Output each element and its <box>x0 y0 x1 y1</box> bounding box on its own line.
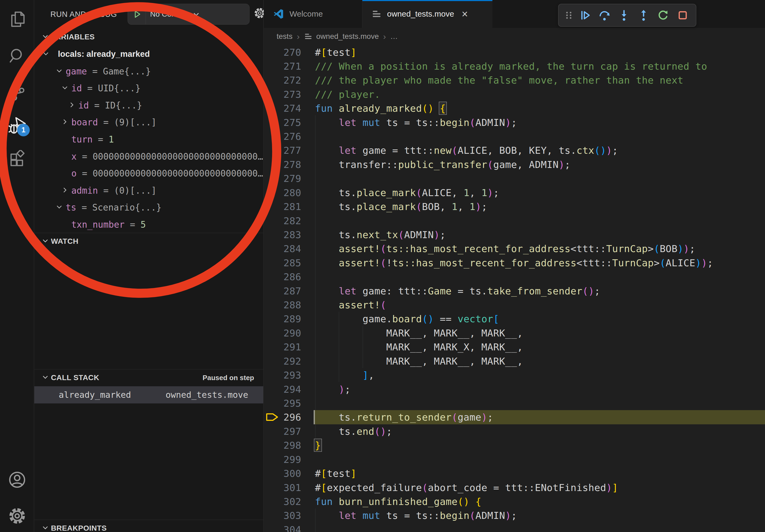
step-out-icon[interactable] <box>635 7 652 24</box>
tab-owned-tests-move[interactable]: owned_tests.move × <box>363 0 492 28</box>
line-number[interactable]: 301 <box>264 482 301 493</box>
source-control-icon[interactable] <box>0 80 34 106</box>
variable-row-admin[interactable]: admin = (0)[...] <box>34 182 263 199</box>
watch-section-header[interactable]: WATCH <box>34 233 263 250</box>
stop-icon[interactable] <box>674 7 691 24</box>
code-line-272[interactable]: 272/// the player who made the "false" m… <box>264 73 765 87</box>
search-icon[interactable] <box>0 43 34 68</box>
code-line-294[interactable]: 294 ); <box>264 382 765 396</box>
code-line-278[interactable]: 278 transfer::public_transfer(game, ADMI… <box>264 157 765 171</box>
breadcrumb-symbol[interactable]: … <box>390 32 398 41</box>
variable-row-id[interactable]: id = ID{...} <box>34 97 263 114</box>
chevron-down-icon[interactable] <box>61 83 68 94</box>
line-number[interactable]: 296 <box>264 412 301 423</box>
line-number[interactable]: 284 <box>264 243 301 254</box>
code-line-282[interactable]: 282 <box>264 213 765 228</box>
code-line-302[interactable]: 302fun burn_unfinished_game() { <box>264 494 765 508</box>
line-number[interactable]: 292 <box>264 356 301 367</box>
code-line-295[interactable]: 295 <box>264 396 765 410</box>
breakpoints-section-header[interactable]: BREAKPOINTS <box>34 520 263 532</box>
line-number[interactable]: 279 <box>264 173 301 184</box>
variable-row-o[interactable]: o = 0000000000000000000000000000000… <box>34 165 263 182</box>
line-number[interactable]: 273 <box>264 89 301 100</box>
account-icon[interactable] <box>0 467 34 493</box>
code-line-273[interactable]: 273/// player. <box>264 87 765 101</box>
line-number[interactable]: 270 <box>264 47 301 58</box>
line-number[interactable]: 291 <box>264 342 301 353</box>
line-number[interactable]: 287 <box>264 285 301 296</box>
line-number[interactable]: 288 <box>264 300 301 311</box>
line-number[interactable]: 278 <box>264 159 301 170</box>
variables-scope-row[interactable]: locals: already_marked <box>34 46 263 63</box>
code-line-300[interactable]: 300#[test] <box>264 466 765 481</box>
line-number[interactable]: 290 <box>264 327 301 338</box>
chevron-right-icon[interactable] <box>68 100 75 111</box>
line-number[interactable]: 297 <box>264 426 301 437</box>
code-line-280[interactable]: 280 ts.place_mark(ALICE, 1, 1); <box>264 185 765 199</box>
chevron-down-icon[interactable] <box>56 202 63 213</box>
code-line-301[interactable]: 301#[expected_failure(abort_code = ttt::… <box>264 480 765 494</box>
variable-row-board[interactable]: board = (9)[...] <box>34 114 263 131</box>
variable-row-x[interactable]: x = 0000000000000000000000000000000… <box>34 148 263 165</box>
variable-row-txn_number[interactable]: txn_number = 5 <box>34 216 263 233</box>
line-number[interactable]: 286 <box>264 271 301 282</box>
line-number[interactable]: 276 <box>264 131 301 142</box>
line-number[interactable]: 300 <box>264 468 301 479</box>
continue-icon[interactable] <box>576 7 593 24</box>
restart-icon[interactable] <box>655 7 671 24</box>
variable-row-game[interactable]: game = Game{...} <box>34 63 263 80</box>
chevron-down-icon[interactable] <box>56 66 63 76</box>
line-number[interactable]: 295 <box>264 398 301 409</box>
line-number[interactable]: 304 <box>264 524 301 532</box>
code-line-283[interactable]: 283 ts.next_tx(ADMIN); <box>264 227 765 242</box>
code-line-274[interactable]: 274fun already_marked() { <box>264 101 765 116</box>
variables-section-header[interactable]: VARIABLES <box>34 28 263 46</box>
code-line-297[interactable]: 297 ts.end(); <box>264 424 765 438</box>
close-icon[interactable]: × <box>461 9 468 19</box>
code-line-290[interactable]: 290 MARK__, MARK__, MARK__, <box>264 326 765 340</box>
code-line-303[interactable]: 303 let mut ts = ts::begin(ADMIN); <box>264 508 765 523</box>
line-number[interactable]: 280 <box>264 187 301 198</box>
code-line-299[interactable]: 299 <box>264 452 765 466</box>
breadcrumb-folder[interactable]: tests <box>277 32 293 41</box>
code-line-288[interactable]: 288 assert!( <box>264 298 765 312</box>
line-number[interactable]: 303 <box>264 510 301 521</box>
line-number[interactable]: 293 <box>264 370 301 381</box>
step-over-icon[interactable] <box>596 7 613 24</box>
line-number[interactable]: 285 <box>264 257 301 268</box>
code-line-284[interactable]: 284 assert!(ts::has_most_recent_for_addr… <box>264 242 765 256</box>
code-line-276[interactable]: 276 <box>264 130 765 143</box>
variable-row-ts[interactable]: ts = Scenario{...} <box>34 199 263 216</box>
code-line-281[interactable]: 281 ts.place_mark(BOB, 1, 1); <box>264 199 765 214</box>
extensions-icon[interactable] <box>0 146 34 172</box>
tab-welcome[interactable]: Welcome <box>264 0 363 28</box>
code-line-286[interactable]: 286 <box>264 270 765 284</box>
settings-gear-icon[interactable] <box>0 503 34 529</box>
code-line-304[interactable]: 304 <box>264 522 765 532</box>
files-icon[interactable] <box>0 6 34 32</box>
code-line-293[interactable]: 293 ], <box>264 368 765 382</box>
line-number[interactable]: 274 <box>264 103 301 114</box>
code-line-296[interactable]: 296 ts.return_to_sender(game); <box>264 410 765 424</box>
start-debug-icon[interactable] <box>128 4 146 24</box>
chevron-right-icon[interactable] <box>61 185 68 195</box>
drag-handle-icon[interactable] <box>563 7 574 24</box>
code-line-289[interactable]: 289 game.board() == vector[ <box>264 312 765 326</box>
run-debug-icon[interactable] <box>0 113 34 138</box>
call-stack-frame-row[interactable]: already_marked owned_tests.move <box>34 386 263 403</box>
call-stack-section-header[interactable]: CALL STACK Paused on step <box>34 369 263 386</box>
line-number[interactable]: 294 <box>264 384 301 395</box>
code-line-291[interactable]: 291 MARK__, MARK_X, MARK__, <box>264 340 765 354</box>
variable-row-turn[interactable]: turn = 1 <box>34 131 263 148</box>
line-number[interactable]: 281 <box>264 201 301 212</box>
variable-row-id[interactable]: id = UID{...} <box>34 80 263 97</box>
code-line-292[interactable]: 292 MARK__, MARK__, MARK__, <box>264 354 765 368</box>
code-line-298[interactable]: 298} <box>264 438 765 452</box>
chevron-down-icon[interactable] <box>42 49 49 60</box>
chevron-right-icon[interactable] <box>61 117 68 128</box>
line-number[interactable]: 271 <box>264 61 301 72</box>
code-line-277[interactable]: 277 let game = ttt::new(ALICE, BOB, KEY,… <box>264 143 765 157</box>
code-line-287[interactable]: 287 let game: ttt::Game = ts.take_from_s… <box>264 284 765 298</box>
code-editor[interactable]: 270#[test]271/// When a position is alre… <box>264 45 765 532</box>
code-line-270[interactable]: 270#[test] <box>264 45 765 59</box>
